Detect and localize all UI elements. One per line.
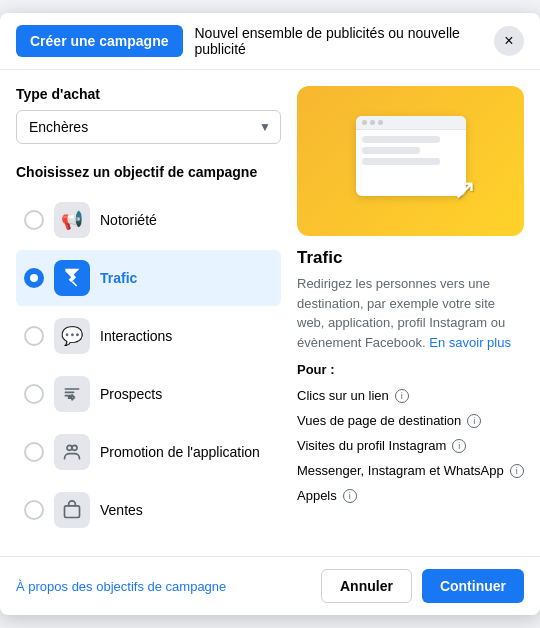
content-line-2 — [362, 147, 421, 154]
purchase-type-select-wrapper: Enchères Portée et fréquence ▼ — [16, 110, 281, 144]
header-subtitle: Nouvel ensemble de publicités ou nouvell… — [195, 25, 483, 57]
close-button[interactable]: × — [494, 26, 524, 56]
create-campaign-button[interactable]: Créer une campagne — [16, 25, 183, 57]
promotion-icon — [54, 434, 90, 470]
objective-item-ventes[interactable]: Ventes — [16, 482, 281, 538]
pour-item-label-3: Visites du profil Instagram — [297, 438, 446, 453]
radio-interactions — [24, 326, 44, 346]
browser-mockup — [356, 116, 466, 196]
info-icon-5[interactable]: i — [343, 489, 357, 503]
radio-notoriete — [24, 210, 44, 230]
purchase-type-label: Type d'achat — [16, 86, 281, 102]
content-line-1 — [362, 136, 440, 143]
objective-label-prospects: Prospects — [100, 386, 162, 402]
objective-label-ventes: Ventes — [100, 502, 143, 518]
browser-dot-1 — [362, 120, 367, 125]
browser-content — [356, 130, 466, 175]
pour-list: Clics sur un lien i Vues de page de dest… — [297, 383, 524, 508]
objective-item-trafic[interactable]: Trafic — [16, 250, 281, 306]
objective-label-promotion: Promotion de l'application — [100, 444, 260, 460]
objective-item-prospects[interactable]: Prospects — [16, 366, 281, 422]
pour-item-3: Visites du profil Instagram i — [297, 433, 524, 458]
pour-item-label-5: Appels — [297, 488, 337, 503]
modal-body: Type d'achat Enchères Portée et fréquenc… — [0, 70, 540, 556]
notoriete-icon: 📢 — [54, 202, 90, 238]
ventes-icon — [54, 492, 90, 528]
about-objectives-link[interactable]: À propos des objectifs de campagne — [16, 579, 226, 594]
purchase-type-select[interactable]: Enchères Portée et fréquence — [16, 110, 281, 144]
left-panel: Type d'achat Enchères Portée et fréquenc… — [16, 86, 281, 540]
continue-button[interactable]: Continuer — [422, 569, 524, 603]
close-icon: × — [504, 32, 513, 50]
info-icon-2[interactable]: i — [467, 414, 481, 428]
campaign-modal: Créer une campagne Nouvel ensemble de pu… — [0, 13, 540, 615]
svg-point-1 — [72, 445, 77, 450]
prospects-icon — [54, 376, 90, 412]
info-icon-3[interactable]: i — [452, 439, 466, 453]
pour-item-4: Messenger, Instagram et WhatsApp i — [297, 458, 524, 483]
objective-label-trafic: Trafic — [100, 270, 137, 286]
svg-rect-2 — [65, 506, 80, 518]
modal-footer: À propos des objectifs de campagne Annul… — [0, 556, 540, 615]
pour-item-label-1: Clics sur un lien — [297, 388, 389, 403]
pour-item-2: Vues de page de destination i — [297, 408, 524, 433]
radio-promotion — [24, 442, 44, 462]
objective-item-promotion[interactable]: Promotion de l'application — [16, 424, 281, 480]
objective-item-notoriete[interactable]: 📢 Notoriété — [16, 192, 281, 248]
objective-list: 📢 Notoriété Trafic — [16, 192, 281, 538]
browser-dot-2 — [370, 120, 375, 125]
trafic-icon — [54, 260, 90, 296]
cancel-button[interactable]: Annuler — [321, 569, 412, 603]
learn-more-link[interactable]: En savoir plus — [429, 335, 511, 350]
pour-label: Pour : — [297, 362, 524, 377]
pour-item-1: Clics sur un lien i — [297, 383, 524, 408]
detail-description: Redirigez les personnes vers une destina… — [297, 274, 524, 352]
content-line-3 — [362, 158, 440, 165]
pour-item-label-4: Messenger, Instagram et WhatsApp — [297, 463, 504, 478]
browser-dot-3 — [378, 120, 383, 125]
browser-bar — [356, 116, 466, 130]
interactions-icon: 💬 — [54, 318, 90, 354]
radio-ventes — [24, 500, 44, 520]
illustration-inner: ↗ — [346, 106, 476, 216]
info-icon-4[interactable]: i — [510, 464, 524, 478]
objective-label-notoriete: Notoriété — [100, 212, 157, 228]
objective-label-interactions: Interactions — [100, 328, 172, 344]
info-icon-1[interactable]: i — [395, 389, 409, 403]
radio-prospects — [24, 384, 44, 404]
section-title: Choisissez un objectif de campagne — [16, 164, 281, 180]
detail-title: Trafic — [297, 248, 524, 268]
illustration: ↗ — [297, 86, 524, 236]
footer-actions: Annuler Continuer — [321, 569, 524, 603]
pour-item-5: Appels i — [297, 483, 524, 508]
cursor-icon: ↗ — [453, 173, 476, 206]
radio-trafic — [24, 268, 44, 288]
modal-header: Créer une campagne Nouvel ensemble de pu… — [0, 13, 540, 70]
right-panel: ↗ Trafic Redirigez les personnes vers un… — [297, 86, 524, 540]
pour-item-label-2: Vues de page de destination — [297, 413, 461, 428]
objective-item-interactions[interactable]: 💬 Interactions — [16, 308, 281, 364]
